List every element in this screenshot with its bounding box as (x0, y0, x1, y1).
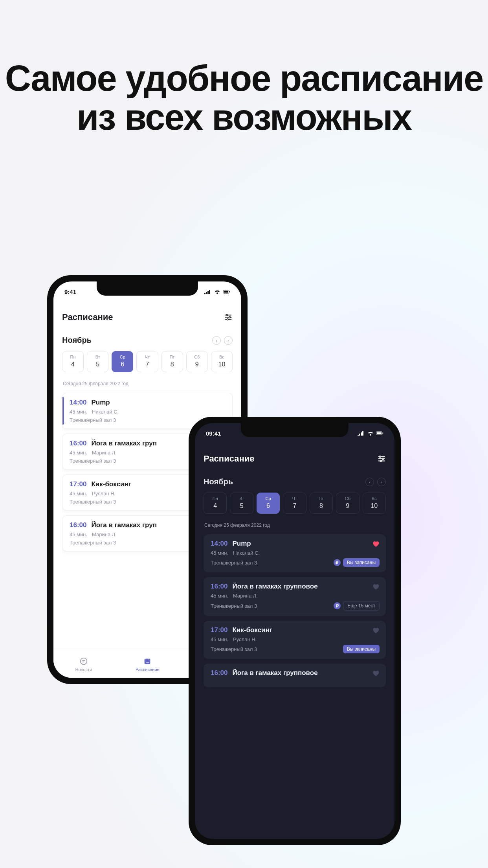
page-title: Расписание (204, 454, 254, 464)
heart-icon[interactable] (372, 540, 380, 548)
day-dow: Чт (137, 355, 158, 359)
session-time: 16:00 (70, 440, 86, 447)
session-trainer: Руслан Н. (233, 636, 257, 642)
svg-point-17 (147, 662, 148, 662)
day-dow: Ср (112, 355, 133, 359)
day-cell[interactable]: Пн4 (204, 493, 227, 514)
availability-badge: Еще 15 мест (343, 601, 380, 611)
filter-icon[interactable] (224, 313, 233, 322)
day-num: 6 (112, 361, 133, 368)
day-cell[interactable]: Сб9 (336, 493, 359, 514)
session-time: 14:00 (70, 399, 86, 406)
next-week-button[interactable]: › (377, 478, 386, 486)
session-title: Йога в гамаках групповое (232, 669, 367, 677)
svg-point-27 (382, 458, 384, 460)
tab-Расписание[interactable]: Расписание (136, 657, 160, 672)
session-room: Тренажерный зал 3 (70, 417, 116, 423)
session-trainer: Руслан Н. (92, 491, 116, 497)
day-dow: Пт (162, 355, 183, 359)
svg-point-4 (226, 314, 228, 316)
day-cell[interactable]: Сб9 (186, 351, 208, 372)
session-card[interactable]: 16:00 Йога в гамаках групповое 45 мин. М… (204, 577, 386, 616)
day-dow: Вт (87, 355, 108, 359)
session-card[interactable]: 14:00 Pump 45 мин. Николай С. Тренажерны… (204, 534, 386, 572)
day-dow: Сб (187, 355, 207, 359)
battery-icon (376, 431, 383, 436)
day-cell[interactable]: Пт8 (310, 493, 333, 514)
tab-icon (143, 657, 152, 666)
day-cell[interactable]: Пн4 (62, 351, 84, 372)
phone-dark: 09:41 Расписание Ноябрь ‹ › Пн4Вт5Ср6Чт7… (189, 417, 401, 845)
heart-icon[interactable] (372, 626, 380, 634)
day-dow: Вт (230, 496, 253, 501)
session-title: Йога в гамаках групповое (232, 583, 367, 590)
heart-icon[interactable] (372, 669, 380, 677)
svg-rect-1 (224, 291, 228, 293)
day-cell[interactable]: Чт7 (283, 493, 306, 514)
day-cell[interactable]: Пт8 (161, 351, 183, 372)
status-time: 9:41 (64, 289, 76, 295)
day-num: 4 (204, 502, 226, 509)
session-room: Тренажерный зал 3 (70, 499, 116, 505)
tab-label: Расписание (136, 667, 160, 672)
svg-rect-23 (383, 432, 383, 434)
signal-icon (204, 289, 211, 294)
prev-week-button[interactable]: ‹ (212, 336, 221, 345)
day-cell[interactable]: Вт5 (87, 351, 108, 372)
day-dow: Пн (62, 355, 83, 359)
session-time: 16:00 (70, 521, 86, 529)
day-dow: Пн (204, 496, 226, 501)
heart-icon[interactable] (372, 583, 380, 590)
page-title: Расписание (62, 312, 113, 322)
session-trainer: Николай С. (92, 409, 119, 415)
day-dow: Пт (310, 496, 332, 501)
prev-week-button[interactable]: ‹ (365, 478, 374, 486)
signal-icon (358, 431, 365, 436)
month-label: Ноябрь (204, 477, 233, 486)
day-cell[interactable]: Ср6 (112, 351, 133, 372)
wifi-icon (367, 431, 374, 436)
filter-icon[interactable] (377, 454, 386, 463)
session-duration: 45 мин. (70, 491, 87, 497)
today-label: Сегодня 25 февраля 2022 год (204, 522, 386, 528)
day-num: 5 (87, 361, 108, 368)
promo-headline: Самое удобное расписание из всех возможн… (0, 59, 488, 137)
session-duration: 45 мин. (70, 450, 87, 456)
day-cell[interactable]: Ср6 (257, 493, 280, 514)
session-trainer: Марина Л. (92, 531, 117, 537)
session-room: Тренажерный зал 3 (211, 646, 257, 652)
day-dow: Ср (257, 496, 279, 501)
day-dow: Сб (336, 496, 359, 501)
tab-Новости[interactable]: Новости (75, 657, 92, 672)
day-cell[interactable]: Вт5 (230, 493, 253, 514)
svg-point-25 (380, 456, 381, 458)
session-card[interactable]: 16:00 Йога в гамаках групповое (204, 664, 386, 687)
session-card[interactable]: 17:00 Кик-боксинг 45 мин. Руслан Н. Трен… (204, 621, 386, 659)
day-cell[interactable]: Вс10 (363, 493, 386, 514)
status-icons (204, 289, 230, 294)
notch (241, 423, 349, 437)
tab-icon (79, 657, 88, 666)
day-cell[interactable]: Чт7 (136, 351, 158, 372)
session-duration: 45 мин. (211, 636, 228, 642)
svg-rect-15 (149, 658, 149, 659)
ruble-badge: ₽ (334, 559, 341, 566)
day-num: 7 (137, 361, 158, 368)
next-week-button[interactable]: › (224, 336, 233, 345)
day-dow: Вс (363, 496, 385, 501)
status-badge: Вы записаны (343, 645, 380, 653)
session-time: 14:00 (211, 540, 227, 548)
day-num: 6 (257, 502, 279, 509)
session-title: Pump (91, 399, 226, 406)
month-label: Ноябрь (62, 336, 92, 345)
status-badge: Вы записаны (343, 558, 380, 567)
session-title: Pump (232, 540, 367, 548)
day-dow: Чт (283, 496, 306, 501)
session-trainer: Марина Л. (92, 450, 117, 456)
session-room: Тренажерный зал 3 (211, 603, 257, 609)
svg-point-8 (227, 319, 228, 320)
day-cell[interactable]: Вс10 (211, 351, 233, 372)
session-room: Тренажерный зал 3 (70, 458, 116, 464)
session-duration: 45 мин. (211, 550, 228, 556)
day-num: 8 (162, 361, 183, 368)
